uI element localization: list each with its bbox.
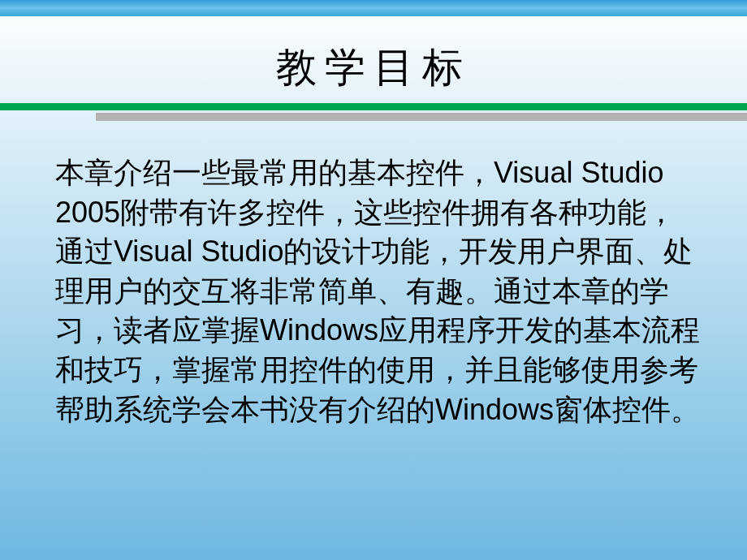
slide-title: 教学目标 (0, 41, 747, 95)
top-accent-bar (0, 0, 747, 16)
gray-divider (96, 113, 747, 121)
divider-lines (0, 103, 747, 121)
content-area: 本章介绍一些最常用的基本控件，Visual Studio 2005附带有许多控件… (0, 121, 747, 429)
green-divider (0, 103, 747, 110)
body-paragraph: 本章介绍一些最常用的基本控件，Visual Studio 2005附带有许多控件… (55, 153, 702, 429)
title-area: 教学目标 (0, 16, 747, 103)
